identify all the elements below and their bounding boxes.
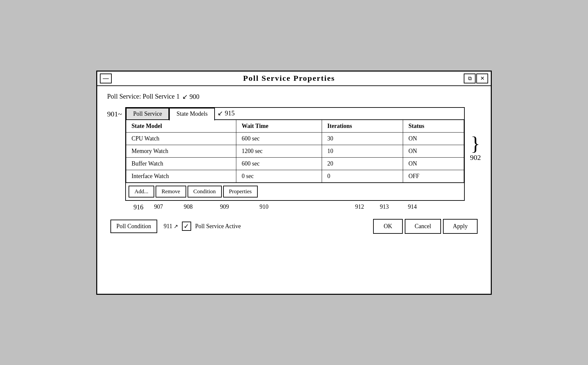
main-window: — Poll Service Properties ⧉ ✕ Poll Servi… — [96, 71, 492, 295]
annotation-901: 901~ — [107, 110, 122, 118]
checkbox-annotation: 911 ↗ — [164, 223, 178, 230]
system-menu-button[interactable]: — — [100, 74, 112, 83]
state-model-table: State Model Wait Time Iterations Status … — [126, 120, 464, 183]
tab-annotation-915: ↙ 915 — [218, 109, 235, 118]
annotation-916: 916 — [133, 203, 143, 211]
col-state-model: State Model — [126, 120, 236, 133]
annotation-911: 911 — [164, 223, 172, 230]
service-label-row: Poll Service: Poll Service 1 ↙ 900 — [107, 93, 481, 101]
ok-button[interactable]: OK — [373, 219, 403, 234]
window-controls: ⧉ ✕ — [464, 74, 488, 83]
service-label-text: Poll Service: Poll Service 1 — [107, 93, 180, 100]
row-iterations: 30 — [322, 132, 403, 145]
table-row[interactable]: Memory Watch 1200 sec 10 ON — [126, 145, 464, 157]
annotation-902: } 902 — [470, 134, 481, 162]
row-state-model: Buffer Watch — [126, 157, 236, 170]
table-row[interactable]: Interface Watch 0 sec 0 OFF — [126, 170, 464, 182]
row-wait-time: 0 sec — [236, 170, 322, 182]
col-status: Status — [403, 120, 464, 133]
table-action-buttons: Add... Remove Condition Properties — [126, 183, 464, 200]
bottom-section: Poll Condition 911 ↗ ✓ Poll Service Acti… — [107, 219, 481, 234]
row-state-model: CPU Watch — [126, 132, 236, 145]
annotation-914: 914 — [399, 203, 426, 211]
annotation-907: 907 — [145, 203, 172, 211]
remove-button[interactable]: Remove — [156, 186, 186, 198]
annotation-909: 909 — [205, 203, 244, 211]
checkbox-area: 911 ↗ ✓ Poll Service Active — [164, 222, 241, 231]
annotation-912: 912 — [350, 203, 369, 211]
condition-button[interactable]: Condition — [188, 186, 222, 198]
window-body: Poll Service: Poll Service 1 ↙ 900 901~ … — [97, 86, 491, 240]
row-status: ON — [403, 132, 464, 145]
row-status: ON — [403, 145, 464, 157]
col-wait-time: Wait Time — [236, 120, 322, 133]
row-iterations: 20 — [322, 157, 403, 170]
tabs-panel: Poll Service State Models ↙ 915 State — [125, 107, 465, 201]
title-bar: — Poll Service Properties ⧉ ✕ — [97, 72, 491, 86]
bottom-left-area: Poll Condition 911 ↗ ✓ Poll Service Acti… — [110, 220, 241, 233]
annotation-910: 910 — [244, 203, 284, 211]
table-header-row: State Model Wait Time Iterations Status — [126, 120, 464, 133]
tab-header-row: Poll Service State Models ↙ 915 — [126, 108, 464, 120]
service-annotation: ↙ 900 — [182, 93, 199, 101]
apply-button[interactable]: Apply — [443, 219, 478, 234]
tabs-section: 901~ Poll Service State Models ↙ 915 — [107, 107, 481, 201]
table-row[interactable]: Buffer Watch 600 sec 20 ON — [126, 157, 464, 170]
row-status: OFF — [403, 170, 464, 182]
row-wait-time: 600 sec — [236, 157, 322, 170]
cancel-button[interactable]: Cancel — [405, 219, 441, 234]
tab-poll-service[interactable]: Poll Service — [126, 108, 169, 120]
row-state-model: Memory Watch — [126, 145, 236, 157]
row-iterations: 0 — [322, 170, 403, 182]
row-state-model: Interface Watch — [126, 170, 236, 182]
properties-button[interactable]: Properties — [223, 186, 258, 198]
row-iterations: 10 — [322, 145, 403, 157]
poll-condition-button[interactable]: Poll Condition — [110, 220, 157, 233]
col-iterations: Iterations — [322, 120, 403, 133]
maximize-button[interactable]: ⧉ — [464, 74, 476, 83]
window-title: Poll Service Properties — [114, 74, 464, 83]
poll-service-active-label: Poll Service Active — [195, 223, 241, 230]
row-wait-time: 1200 sec — [236, 145, 322, 157]
button-annotations-row: 916 907 908 909 910 912 913 914 — [133, 203, 481, 211]
row-status: ON — [403, 157, 464, 170]
poll-service-active-checkbox[interactable]: ✓ — [182, 222, 191, 231]
tab-state-models[interactable]: State Models — [169, 108, 215, 121]
row-wait-time: 600 sec — [236, 132, 322, 145]
dialog-buttons: OK Cancel Apply — [373, 219, 478, 234]
state-table-container: State Model Wait Time Iterations Status … — [126, 119, 464, 183]
close-button[interactable]: ✕ — [476, 74, 488, 83]
add-button[interactable]: Add... — [129, 186, 154, 198]
table-row[interactable]: CPU Watch 600 sec 30 ON — [126, 132, 464, 145]
annotation-913: 913 — [369, 203, 399, 211]
annotation-908: 908 — [172, 203, 205, 211]
